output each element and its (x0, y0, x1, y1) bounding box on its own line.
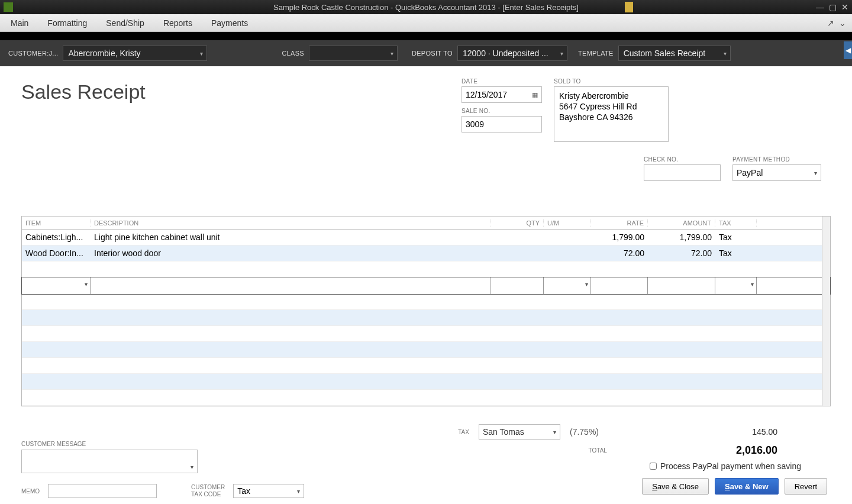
table-row[interactable]: Cabinets:Ligh... Light pine kitchen cabi… (22, 230, 830, 245)
saleno-input[interactable] (462, 116, 542, 133)
bookmark-icon[interactable] (625, 2, 633, 12)
tax-label: TAX (458, 429, 469, 435)
date-input[interactable]: 12/15/2017 ▦ (462, 86, 542, 103)
tab-reports[interactable]: Reports (163, 18, 192, 28)
soldto-box[interactable]: Kristy Abercrombie 5647 Cypress Hill Rd … (554, 86, 669, 142)
th-um: U/M (544, 219, 591, 227)
th-rate: RATE (591, 219, 648, 227)
cell-desc: Interior wood door (91, 248, 490, 258)
memo-input[interactable] (48, 484, 157, 498)
date-label: DATE (462, 78, 542, 85)
cell-tax: Tax (715, 232, 757, 242)
input-desc[interactable] (91, 277, 490, 294)
line-items-table: ITEM DESCRIPTION QTY U/M RATE AMOUNT TAX… (21, 216, 831, 406)
input-rate[interactable] (591, 277, 648, 294)
black-strip (0, 32, 852, 40)
table-row[interactable] (22, 294, 830, 310)
soldto-line1: Kristy Abercrombie (559, 91, 663, 101)
tax-item-value: San Tomas (483, 427, 524, 437)
customer-message-label: CUSTOMER MESSAGE (21, 441, 831, 447)
save-new-button[interactable]: Save & New (715, 478, 779, 495)
right-panel-collapse[interactable]: ◀ (844, 41, 852, 59)
table-row[interactable] (22, 390, 830, 406)
table-row[interactable] (22, 326, 830, 342)
calendar-icon[interactable]: ▦ (532, 91, 538, 99)
maximize-icon[interactable]: ▢ (829, 2, 837, 12)
chevron-down-icon[interactable]: ⌄ (839, 18, 846, 28)
table-row[interactable] (22, 310, 830, 326)
cell-rate: 1,799.00 (591, 232, 648, 242)
table-row[interactable] (22, 358, 830, 374)
taxcode-value: Tax (237, 486, 250, 496)
ribbon-tabs: Main Formatting Send/Ship Reports Paymen… (0, 14, 852, 32)
th-tax: TAX (715, 219, 757, 227)
template-value: Custom Sales Receipt (624, 49, 706, 58)
saleno-label: SALE NO. (462, 108, 542, 114)
deposit-select[interactable]: 12000 · Undeposited ... (457, 46, 567, 61)
memo-label: MEMO (21, 488, 40, 495)
cell-tax: Tax (715, 248, 757, 258)
cell-item: Wood Door:In... (22, 248, 91, 258)
close-icon[interactable]: ✕ (841, 2, 848, 12)
cell-amt: 1,799.00 (648, 232, 715, 242)
process-paypal-checkbox[interactable]: Process PayPal payment when saving (650, 461, 801, 471)
table-row[interactable] (22, 261, 830, 277)
tax-item-select[interactable]: San Tomas (479, 424, 560, 440)
paymethod-value: PayPal (737, 168, 763, 177)
scrollbar[interactable] (822, 217, 830, 406)
soldto-line3: Bayshore CA 94326 (559, 112, 663, 122)
process-paypal-label: Process PayPal payment when saving (660, 461, 801, 471)
tab-main[interactable]: Main (11, 18, 28, 28)
taxcode-label-2: TAX CODE (191, 491, 225, 498)
input-qty[interactable] (490, 277, 544, 294)
deposit-label: DEPOSIT TO (412, 50, 453, 57)
input-amt[interactable] (648, 277, 715, 294)
customer-value: Abercrombie, Kristy (68, 49, 140, 58)
save-close-button[interactable]: Save & Close (642, 478, 709, 495)
checkno-label: CHECK NO. (644, 156, 721, 163)
table-input-row[interactable] (21, 277, 831, 295)
date-value: 12/15/2017 (466, 90, 507, 99)
paymethod-select[interactable]: PayPal (732, 164, 821, 181)
taxcode-select[interactable]: Tax (233, 484, 304, 498)
soldto-line2: 5647 Cypress Hill Rd (559, 101, 663, 112)
soldto-label: SOLD TO (554, 78, 669, 85)
input-item[interactable] (22, 277, 91, 294)
class-label: CLASS (282, 50, 304, 57)
deposit-value: 12000 · Undeposited ... (463, 49, 548, 58)
cell-item: Cabinets:Ligh... (22, 232, 91, 242)
paymethod-label: PAYMENT METHOD (732, 156, 821, 163)
customer-select[interactable]: Abercrombie, Kristy (63, 46, 207, 61)
th-qty: QTY (490, 219, 544, 227)
form-header-bar: CUSTOMER:J... Abercrombie, Kristy CLASS … (0, 40, 852, 66)
input-tax[interactable] (715, 277, 757, 294)
app-icon (4, 2, 13, 12)
tax-amount: 145.00 (724, 427, 777, 437)
class-select[interactable] (309, 46, 398, 61)
template-label: TEMPLATE (578, 50, 614, 57)
th-desc: DESCRIPTION (91, 219, 490, 227)
window-titlebar: Sample Rock Castle Construction - QuickB… (0, 0, 852, 14)
template-select[interactable]: Custom Sales Receipt (618, 46, 731, 61)
table-row[interactable]: Wood Door:In... Interior wood door 72.00… (22, 245, 830, 261)
window-title: Sample Rock Castle Construction - QuickB… (273, 3, 579, 12)
checkno-input[interactable] (644, 164, 721, 181)
cell-desc: Light pine kitchen cabinet wall unit (91, 232, 490, 242)
th-item: ITEM (22, 219, 91, 227)
tab-send-ship[interactable]: Send/Ship (106, 18, 144, 28)
page-title: Sales Receipt (21, 80, 831, 104)
popout-icon[interactable]: ↗ (827, 18, 834, 28)
taxcode-label-1: CUSTOMER (191, 484, 225, 491)
minimize-icon[interactable]: — (816, 2, 824, 12)
table-row[interactable] (22, 374, 830, 390)
tab-payments[interactable]: Payments (211, 18, 248, 28)
customer-label: CUSTOMER:J... (8, 50, 58, 57)
customer-message-select[interactable] (21, 450, 198, 473)
cell-amt: 72.00 (648, 248, 715, 258)
input-um[interactable] (544, 277, 591, 294)
table-row[interactable] (22, 342, 830, 358)
process-paypal-checkbox-input[interactable] (650, 463, 657, 470)
cell-rate: 72.00 (591, 248, 648, 258)
tab-formatting[interactable]: Formatting (47, 18, 87, 28)
revert-button[interactable]: Revert (785, 478, 827, 495)
